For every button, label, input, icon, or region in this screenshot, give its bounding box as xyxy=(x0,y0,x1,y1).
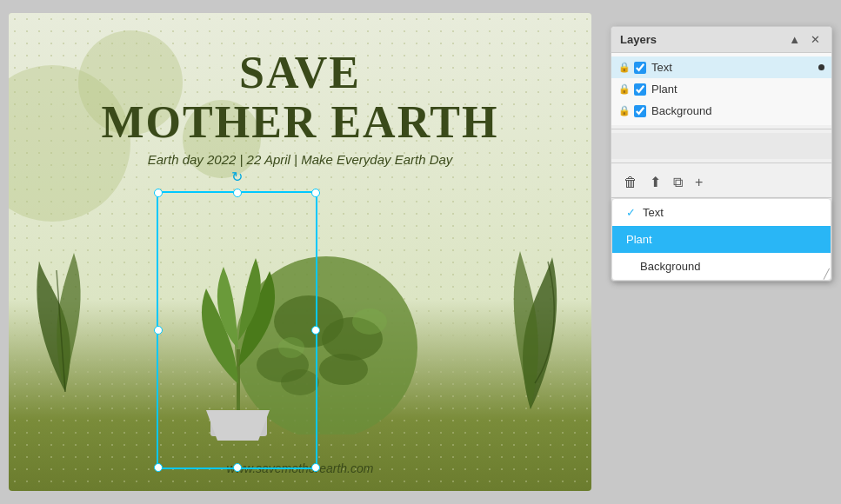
layers-divider-1 xyxy=(611,129,831,129)
layer-active-dot xyxy=(818,64,824,70)
plant-selection-box: ↻ xyxy=(157,191,317,469)
add-layer-button[interactable]: + xyxy=(691,173,706,192)
delete-layer-button[interactable]: 🗑 xyxy=(620,173,641,192)
layer-checkbox-background[interactable] xyxy=(634,105,646,117)
layer-name-background: Background xyxy=(651,104,824,117)
lock-icon-text: 🔒 xyxy=(618,62,631,74)
layer-checkbox-text[interactable] xyxy=(634,62,646,74)
layers-spacer xyxy=(611,133,831,159)
dropdown-plant-label: Plant xyxy=(626,233,652,246)
dropdown-item-background[interactable]: Background xyxy=(612,253,831,280)
leaf-decoration-left xyxy=(22,244,109,404)
svg-point-4 xyxy=(319,354,368,385)
svg-point-6 xyxy=(352,308,387,335)
dropdown-background-label: Background xyxy=(640,260,700,273)
minimize-button[interactable]: ▲ xyxy=(786,32,803,47)
layer-item-text[interactable]: 🔒 Text xyxy=(611,56,831,78)
lock-icon-background: 🔒 xyxy=(618,105,631,117)
layers-divider-2 xyxy=(611,162,831,163)
canvas-title: SAVE MOTHER EARTH xyxy=(9,48,591,147)
layers-panel: Layers ▲ ✕ 🔒 Text 🔒 Plant 🔒 Background xyxy=(611,26,832,282)
leaf-decoration-right xyxy=(487,244,574,421)
layer-checkbox-plant[interactable] xyxy=(634,83,646,96)
layer-name-plant: Plant xyxy=(651,83,824,96)
export-layer-button[interactable]: ⬆ xyxy=(646,172,664,192)
resize-handle[interactable]: ╱ xyxy=(824,269,830,279)
dropdown-text-label: Text xyxy=(643,206,664,219)
layers-list: 🔒 Text 🔒 Plant 🔒 Background xyxy=(611,53,831,125)
duplicate-layer-button[interactable]: ⧉ xyxy=(670,173,686,192)
layer-item-plant[interactable]: 🔒 Plant xyxy=(611,78,831,100)
dropdown-item-text[interactable]: Text xyxy=(612,199,831,226)
layers-dropdown: Text Plant Background xyxy=(611,198,831,281)
dropdown-item-plant[interactable]: Plant xyxy=(612,226,831,253)
canvas-area: SAVE MOTHER EARTH Earth day 2022 | 22 Ap… xyxy=(9,13,591,491)
rotate-handle[interactable]: ↻ xyxy=(230,169,244,182)
layer-item-background[interactable]: 🔒 Background xyxy=(611,100,831,122)
close-button[interactable]: ✕ xyxy=(808,32,823,47)
lock-icon-plant: 🔒 xyxy=(618,83,631,96)
canvas-subtitle: Earth day 2022 | 22 April | Make Everyda… xyxy=(9,152,591,167)
layers-header-controls: ▲ ✕ xyxy=(786,32,823,47)
layers-panel-title: Layers xyxy=(620,33,657,46)
layers-panel-header: Layers ▲ ✕ xyxy=(611,27,831,53)
layers-toolbar: 🗑 ⬆ ⧉ + xyxy=(611,167,831,198)
layer-name-text: Text xyxy=(651,61,818,74)
